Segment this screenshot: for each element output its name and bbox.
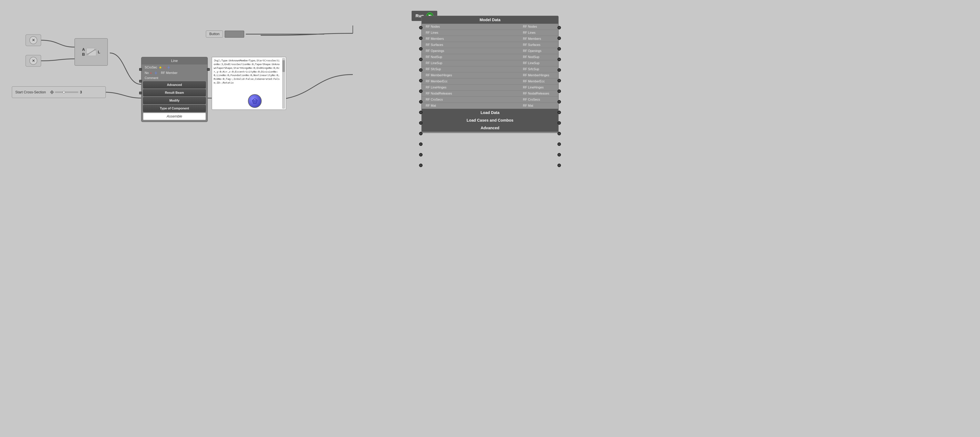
panel-row-left: RF LineHinges	[426, 86, 457, 89]
panel-row: RF NodalReleasesRF NodalReleases	[422, 91, 558, 97]
panel-row-right: RF Nodes	[523, 25, 554, 29]
panel-row-left: RF Mat	[426, 104, 457, 107]
gem-node[interactable]	[248, 94, 262, 108]
scrollbar-thumb	[282, 60, 285, 72]
port-panel-r5	[557, 68, 561, 72]
connector-label-l-wrap: L	[98, 50, 100, 54]
section-model-data: Model Data	[422, 16, 558, 24]
port-panel-r14	[557, 164, 561, 167]
port-panel-8	[419, 100, 423, 104]
x-node-top[interactable]: ✕	[25, 34, 41, 46]
panel-row: RF CroSecsRF CroSecs	[422, 97, 558, 103]
port-panel-r6	[557, 79, 561, 82]
port-panel-1	[419, 26, 423, 29]
rf-member-header: Line	[142, 57, 207, 65]
panel-row: RF MemberHingesRF MemberHinges	[422, 72, 558, 78]
panel-row: RF LinesRF Lines	[422, 30, 558, 36]
dot-icon: ●	[150, 72, 151, 74]
section-load-combos[interactable]: Load Cases and Combos	[422, 116, 558, 124]
button-wire	[246, 34, 324, 35]
warning-icon: ⚠	[164, 66, 166, 69]
port-panel-r3	[557, 47, 561, 51]
left-ports	[419, 26, 423, 167]
panel-row-right: RF CroSecs	[523, 98, 554, 101]
connector-labels: A B	[82, 47, 85, 57]
panel-row-left: RF MemberEcc	[426, 80, 457, 83]
btn-result-beam[interactable]: Result Beam	[143, 89, 206, 96]
star-icon: ★	[159, 65, 162, 70]
svg-point-2	[94, 49, 96, 50]
panel-row-right: RF Openings	[523, 49, 554, 53]
rf-member-row-no: No ● ╪ RF Member	[142, 70, 207, 75]
panel-row-right: RF Mat	[523, 104, 554, 107]
panel-row-left: RF Surfaces	[426, 43, 457, 47]
port-panel-6	[419, 79, 423, 82]
panel-row: RF OpeningsRF Openings	[422, 48, 558, 54]
port-panel-12	[419, 142, 423, 146]
slider-diamond	[50, 90, 54, 94]
port-panel-r2	[557, 37, 561, 40]
button-rect[interactable]	[224, 30, 244, 38]
port-panel-4	[419, 57, 423, 61]
panel-row-left: RF SfcSup	[426, 67, 457, 71]
panel-row: RF LineHingesRF LineHinges	[422, 85, 558, 91]
port-panel-5	[419, 68, 423, 72]
port-panel-3	[419, 47, 423, 51]
rf-member-row-scrosec: SCroSec ★ ⚠ ╪	[142, 65, 207, 70]
rf-member-node: Line SCroSec ★ ⚠ ╪ No ● ╪ RF Member Comm…	[141, 57, 208, 122]
slider-thumb	[63, 91, 65, 93]
panel-row-left: RF Lines	[426, 31, 457, 35]
svg-line-0	[88, 49, 95, 54]
port-panel-r1	[557, 26, 561, 29]
panel-row-left: RF Openings	[426, 49, 457, 53]
rf-member-icon: ╪	[155, 71, 157, 75]
svg-point-1	[87, 54, 88, 55]
rf-member-row-comment: Comment	[142, 75, 207, 81]
btn-modify[interactable]: Modify	[143, 97, 206, 104]
port-panel-r8	[557, 100, 561, 104]
input-assemble[interactable]: Assemble	[143, 113, 206, 120]
panel-row-left: RF Members	[426, 37, 457, 41]
button-node: Button	[206, 30, 324, 38]
x-symbol-bottom: ✕	[29, 57, 37, 65]
port-panel-9	[419, 111, 423, 114]
btn-advanced[interactable]: Advanced	[143, 81, 206, 88]
port-panel-r7	[557, 89, 561, 93]
port-left-2	[139, 80, 142, 83]
panel-row-left: RF NodalReleases	[426, 92, 457, 95]
panel-row: RF NodesRF Nodes	[422, 24, 558, 30]
text-output-content: [kg];Type:UnknownMemberType;StartCrossSe…	[214, 59, 284, 85]
panel-row: RF MemberEccRF MemberEcc	[422, 78, 558, 85]
scrollbar[interactable]	[282, 58, 285, 108]
panel-rows: RF NodesRF NodesRF LinesRF LinesRF Membe…	[422, 24, 558, 109]
port-panel-r4	[557, 57, 561, 61]
panel-row-right: RF LineSup	[523, 61, 554, 65]
panel-row: RF NodSupRF NodSup	[422, 54, 558, 60]
panel-row-right: RF MemberEcc	[523, 80, 554, 83]
btn-type-of-component[interactable]: Type of Component	[143, 105, 206, 112]
connector-label-a: A	[82, 47, 85, 52]
port-panel-r11	[557, 132, 561, 136]
port-panel-r9	[557, 111, 561, 114]
slider-track[interactable]	[55, 91, 78, 93]
port-left-1	[139, 68, 142, 71]
port-panel-7	[419, 89, 423, 93]
panel-row-right: RF MemberHinges	[523, 73, 554, 77]
right-ports	[557, 26, 561, 167]
panel-row: RF MembersRF Members	[422, 36, 558, 42]
x-node-bottom[interactable]: ✕	[25, 55, 41, 67]
port-panel-r13	[557, 153, 561, 156]
section-advanced[interactable]: Advanced	[422, 124, 558, 132]
port-right-1	[207, 68, 210, 71]
x-symbol-top: ✕	[29, 36, 37, 44]
port-panel-14	[419, 164, 423, 167]
panel-row-right: RF NodSup	[523, 55, 554, 59]
panel-row: RF LineSupRF LineSup	[422, 60, 558, 66]
panel-row-left: RF MemberHinges	[426, 73, 457, 77]
panel-row-right: RF Members	[523, 37, 554, 41]
section-load-data: Load Data	[422, 109, 558, 116]
panel-row-left: RF Nodes	[426, 25, 457, 29]
right-panel: Model Data RF NodesRF NodesRF LinesRF Li…	[422, 16, 558, 133]
connector-icon	[86, 48, 96, 56]
port-panel-r10	[557, 121, 561, 125]
